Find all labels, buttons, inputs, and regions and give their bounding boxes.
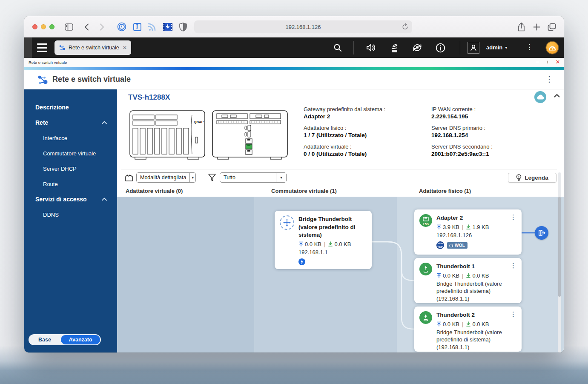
topology-toolbar: Modalità dettagliata ▾ Tutto ▾ Legenda bbox=[117, 172, 564, 183]
nas-rear-image bbox=[212, 110, 289, 160]
card-menu-icon[interactable]: ⋮ bbox=[508, 311, 516, 317]
fullscreen-window-button[interactable] bbox=[49, 24, 54, 29]
attached-switch: Bridge Thunderbolt (valore predefinito d… bbox=[436, 280, 516, 303]
legend-button[interactable]: Legenda bbox=[508, 173, 556, 183]
qts-header: Rete e switch virtuale ✕ admin ▾ ⋮ bbox=[24, 37, 564, 58]
qts-header-edge bbox=[24, 37, 32, 58]
info-value: 192.168.1.254 bbox=[431, 132, 551, 139]
topology-column-headers: Adattatore virtuale (0) Commutatore virt… bbox=[117, 188, 564, 197]
address-bar[interactable]: 192.168.1.126 bbox=[194, 20, 412, 33]
shield-extension-icon[interactable] bbox=[178, 21, 189, 32]
info-value: Adapter 2 bbox=[304, 113, 423, 120]
physical-adapter-card-adapter2[interactable]: 2.5G Adapter 2 ⋮ 3.9 KB | bbox=[414, 209, 522, 255]
back-button[interactable] bbox=[81, 21, 92, 32]
view-mode-icon[interactable] bbox=[124, 173, 134, 182]
window-maximize-button[interactable]: + bbox=[544, 59, 551, 65]
sidebar-item-route[interactable]: Route bbox=[24, 176, 117, 192]
share-icon[interactable] bbox=[516, 21, 527, 32]
view-mode-dropdown[interactable]: Modalità dettagliata ▾ bbox=[136, 172, 196, 183]
close-tab-icon[interactable]: ✕ bbox=[123, 45, 127, 51]
system-info-right: IP WAN corrente :2.229.154.195 Server DN… bbox=[431, 106, 551, 162]
upload-icon bbox=[436, 224, 442, 229]
qts-app-tab[interactable]: Rete e switch virtuale ✕ bbox=[54, 40, 131, 55]
url-text: 192.168.1.126 bbox=[285, 24, 321, 30]
close-window-button[interactable] bbox=[32, 24, 37, 29]
qts-tab-label: Rete e switch virtuale bbox=[69, 45, 119, 51]
forward-button[interactable] bbox=[96, 21, 107, 32]
sidebar-item-interfacce[interactable]: Interfacce bbox=[24, 130, 117, 146]
info-label: Server DNS secondario : bbox=[431, 143, 551, 150]
sidebar-item-rete[interactable]: Rete bbox=[24, 115, 117, 130]
search-icon[interactable] bbox=[332, 42, 344, 53]
system-info-left: Gateway predefinito dal sistema :Adapter… bbox=[304, 106, 423, 162]
info-value: 2.229.154.195 bbox=[431, 113, 551, 120]
card-menu-icon[interactable]: ⋮ bbox=[508, 263, 516, 269]
info-label: Adattatore virtuale : bbox=[304, 143, 423, 150]
more-options-icon[interactable]: ⋮ bbox=[526, 43, 533, 52]
internet-globe-icon bbox=[436, 241, 444, 249]
user-menu[interactable]: admin ▾ bbox=[486, 44, 507, 51]
cloud-status-icon[interactable] bbox=[534, 91, 546, 103]
vertical-scrollbar[interactable] bbox=[558, 172, 561, 352]
user-icon[interactable] bbox=[468, 42, 479, 54]
background-tasks-icon[interactable] bbox=[389, 42, 401, 53]
sidebar-item-ddns[interactable]: DDNS bbox=[24, 207, 117, 222]
upload-icon bbox=[436, 321, 442, 327]
card-menu-icon[interactable]: ⋮ bbox=[508, 214, 516, 220]
info-icon[interactable] bbox=[434, 42, 446, 53]
reader-extension-icon[interactable]: I bbox=[132, 21, 143, 32]
gateway-icon[interactable] bbox=[535, 226, 548, 240]
sidebar-item-server-dhcp[interactable]: Server DHCP bbox=[24, 161, 117, 176]
mode-base-button[interactable]: Base bbox=[29, 337, 61, 343]
collapse-panel-icon[interactable] bbox=[554, 94, 560, 97]
download-icon bbox=[466, 273, 471, 278]
virtual-switch-card[interactable]: Bridge Thunderbolt (valore predefinito d… bbox=[275, 211, 372, 269]
rss-extension-icon[interactable] bbox=[147, 21, 158, 32]
sidebar-item-descrizione[interactable]: Descrizione bbox=[24, 100, 117, 115]
app-window-title: Rete e switch virtuale bbox=[29, 60, 67, 65]
password-extension-icon[interactable] bbox=[116, 21, 127, 32]
section-divider bbox=[121, 169, 557, 169]
app-header: Rete e switch virtuale ⋮ bbox=[24, 70, 564, 89]
virtual-adapter-lane bbox=[117, 197, 254, 352]
browser-toolbar: I 192.168.1.126 bbox=[24, 16, 564, 37]
app-window-titlebar: Rete e switch virtuale − + ✕ bbox=[24, 58, 564, 67]
info-label: Gateway predefinito dal sistema : bbox=[304, 106, 423, 113]
main-menu-icon[interactable] bbox=[37, 43, 47, 52]
dashboard-gauge-icon[interactable] bbox=[546, 42, 558, 54]
download-icon bbox=[466, 224, 471, 229]
filter-icon[interactable] bbox=[208, 173, 216, 182]
adapter-name: Adapter 2 bbox=[436, 214, 463, 222]
network-app-icon bbox=[37, 74, 49, 86]
power-icon bbox=[449, 244, 453, 247]
window-close-button[interactable]: ✕ bbox=[554, 59, 562, 65]
download-icon bbox=[328, 241, 333, 246]
header-divider bbox=[353, 41, 354, 54]
column-header-virtual-switch: Commutatore virtuale (1) bbox=[271, 188, 337, 194]
device-name: TVS-h1288X bbox=[128, 93, 170, 102]
info-label: Server DNS primario : bbox=[431, 124, 551, 132]
sidebar-item-servizi-di-accesso[interactable]: Servizi di accesso bbox=[24, 192, 117, 207]
scrollbar-thumb[interactable] bbox=[558, 197, 561, 297]
app-menu-icon[interactable]: ⋮ bbox=[545, 75, 553, 84]
filter-dropdown[interactable]: Tutto ▾ bbox=[220, 172, 287, 183]
physical-adapter-card-thunderbolt2[interactable]: Thunderbolt 2 ⋮ 0.0 KB | 0.0 KB Bridge T… bbox=[414, 307, 522, 352]
sync-devices-icon[interactable] bbox=[411, 42, 423, 53]
nas-front-image: QNAP bbox=[129, 110, 206, 160]
mode-advanced-button[interactable]: Avanzato bbox=[61, 335, 100, 344]
physical-adapter-card-thunderbolt1[interactable]: Thunderbolt 1 ⋮ 0.0 KB | 0.0 KB Bridge T… bbox=[414, 258, 522, 303]
volume-icon[interactable] bbox=[365, 42, 377, 53]
window-minimize-button[interactable]: − bbox=[534, 59, 541, 65]
wol-badge: WOL bbox=[447, 242, 468, 249]
tab-overview-icon[interactable] bbox=[546, 21, 557, 32]
sidebar-item-commutatore-virtuale[interactable]: Commutatore virtuale bbox=[24, 146, 117, 161]
qnap-gradient-bar bbox=[24, 67, 564, 70]
svg-text:QNAP: QNAP bbox=[194, 120, 204, 124]
minimize-window-button[interactable] bbox=[41, 24, 46, 29]
video-downloader-extension-icon[interactable] bbox=[162, 21, 173, 32]
thunderbolt-icon bbox=[298, 258, 305, 265]
sidebar-toggle-icon[interactable] bbox=[63, 21, 75, 32]
reload-icon[interactable] bbox=[402, 23, 408, 30]
switch-ip: 192.168.1.1 bbox=[298, 249, 367, 256]
new-tab-icon[interactable] bbox=[531, 21, 542, 32]
